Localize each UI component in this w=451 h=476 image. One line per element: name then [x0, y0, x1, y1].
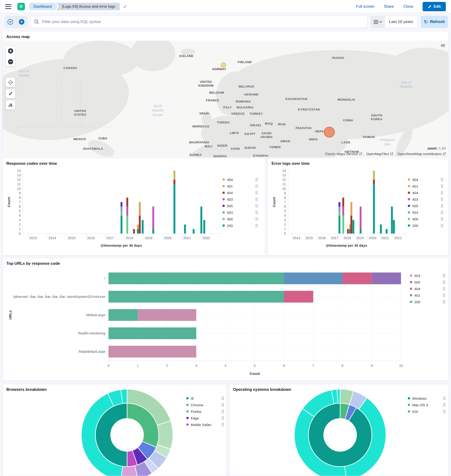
legend-item-503[interactable]: 503: [408, 209, 443, 216]
legend-item-404[interactable]: 404: [408, 189, 443, 196]
bar-segment-200[interactable]: [360, 229, 362, 233]
bar-segment-403[interactable]: [342, 207, 344, 215]
legend-actions-icon[interactable]: [441, 204, 443, 207]
bar-segment-200[interactable]: [108, 291, 284, 303]
legend-actions-icon[interactable]: [443, 397, 445, 400]
bar-segment-404[interactable]: [133, 229, 135, 233]
legend-actions-icon[interactable]: [256, 224, 258, 227]
bar-segment-403[interactable]: [152, 207, 154, 229]
sunburst-slice[interactable]: [308, 403, 372, 467]
legend-item-mobile-safari[interactable]: Mobile Safari: [186, 421, 224, 428]
add-filter-button[interactable]: [16, 16, 27, 28]
legend-item-mac-os-x[interactable]: Mac OS X: [408, 402, 445, 408]
legend-item-400[interactable]: 400: [408, 216, 443, 222]
legend-actions-icon[interactable]: [443, 300, 445, 304]
legend-item-200[interactable]: 200: [222, 222, 258, 229]
bar-segment-404[interactable]: [284, 291, 313, 303]
bar-segment-404[interactable]: [343, 273, 372, 284]
norway-marker[interactable]: [221, 62, 226, 67]
bar-segment-200[interactable]: [108, 273, 284, 284]
bar-segment-304[interactable]: [373, 171, 375, 180]
time-range-value[interactable]: Last 10 years: [385, 16, 417, 28]
menu-icon[interactable]: [5, 4, 11, 9]
legend-actions-icon[interactable]: [441, 198, 443, 201]
date-picker-menu-button[interactable]: [371, 16, 385, 28]
legend-item-304[interactable]: 304: [408, 176, 443, 183]
bar-segment-200[interactable]: [173, 184, 175, 233]
bar-segment-304[interactable]: [173, 171, 175, 180]
breadcrumb-dashboard[interactable]: Dashboard: [29, 3, 58, 10]
legend-actions-icon[interactable]: [222, 410, 224, 413]
bar-segment-200[interactable]: [137, 229, 139, 233]
bar-segment-403[interactable]: [126, 207, 128, 215]
attribution-link[interactable]: OpenMapTiles: [366, 152, 389, 156]
legend-actions-icon[interactable]: [256, 217, 258, 221]
map-zoom-out-button[interactable]: [6, 57, 15, 67]
map-zoom-in-button[interactable]: [6, 46, 15, 56]
legend-item-505[interactable]: 505: [408, 202, 443, 209]
legend-item-404[interactable]: 404: [222, 189, 258, 196]
bar-segment-404[interactable]: [126, 198, 128, 207]
legend-item-200[interactable]: 200: [410, 299, 445, 305]
map-canvas[interactable]: CANADAICELANDNORWAYFINLANDRUSSIAUNITED K…: [3, 41, 448, 157]
bar-segment-200[interactable]: [352, 220, 354, 233]
legend-actions-icon[interactable]: [256, 178, 258, 181]
bar-segment-200[interactable]: [193, 229, 194, 233]
bar-segment-505[interactable]: [120, 202, 122, 207]
bar-segment-200[interactable]: [200, 207, 202, 233]
legend-item-chrome[interactable]: Chrome: [186, 402, 224, 408]
top-urls-chart[interactable]: 012345678910//pbserver/..Áœ..Áœ..Áœ..Áœ.…: [6, 267, 406, 378]
legend-actions-icon[interactable]: [441, 191, 443, 194]
legend-actions-icon[interactable]: [222, 397, 224, 400]
map-tools-button[interactable]: [6, 100, 15, 110]
bar-segment-200[interactable]: [391, 207, 393, 233]
bar-segment-404[interactable]: [342, 198, 344, 207]
bar-segment-400[interactable]: [342, 215, 344, 233]
legend-actions-icon[interactable]: [441, 224, 443, 227]
bar-segment-200[interactable]: [338, 215, 340, 233]
saved-filters-button[interactable]: [5, 16, 16, 28]
bar-segment-401[interactable]: [351, 202, 352, 215]
attribution-link[interactable]: OpenStreetMap contributors: [397, 152, 442, 156]
legend-item-401[interactable]: 401: [222, 183, 258, 189]
share-link[interactable]: Share: [384, 5, 394, 9]
legend-actions-icon[interactable]: [256, 191, 258, 194]
legend-item-200[interactable]: 200: [408, 222, 443, 229]
legend-item-403[interactable]: 403: [408, 196, 443, 202]
bar-segment-400[interactable]: [126, 215, 128, 233]
legend-actions-icon[interactable]: [222, 403, 224, 407]
bar-segment-401[interactable]: [139, 202, 141, 215]
legend-actions-icon[interactable]: [441, 184, 443, 188]
legend-item-ie[interactable]: IE: [186, 395, 224, 402]
collapse-legend-button[interactable]: [440, 43, 446, 48]
legend-item-505[interactable]: 505: [410, 279, 445, 285]
bar-segment-403[interactable]: [138, 309, 196, 321]
legend-actions-icon[interactable]: [443, 281, 445, 284]
legend-item-401[interactable]: 401: [410, 292, 445, 299]
bar-segment-404[interactable]: [139, 215, 141, 233]
bar-segment-200[interactable]: [184, 225, 186, 233]
legend-actions-icon[interactable]: [443, 403, 445, 407]
legend-actions-icon[interactable]: [222, 423, 224, 426]
response-codes-chart[interactable]: 0123456789101112131420132014201520162017…: [6, 167, 222, 250]
bar-segment-200[interactable]: [373, 184, 375, 233]
bar-segment-200[interactable]: [120, 215, 122, 233]
bar-segment-404[interactable]: [347, 229, 349, 233]
bar-segment-503[interactable]: [338, 207, 340, 211]
legend-item-edge[interactable]: Edge: [186, 415, 224, 421]
bar-segment-401[interactable]: [284, 273, 343, 284]
bar-segment-404[interactable]: [373, 180, 375, 184]
sunburst-slice[interactable]: [157, 421, 173, 449]
legend-actions-icon[interactable]: [256, 198, 258, 201]
bar-segment-200[interactable]: [386, 229, 388, 233]
full-screen-link[interactable]: Full screen: [356, 5, 374, 9]
bar-segment-200[interactable]: [108, 327, 196, 339]
legend-item-404[interactable]: 404: [410, 285, 445, 292]
kql-search-input[interactable]: [42, 19, 363, 24]
edit-button[interactable]: Edit: [423, 2, 446, 11]
bar-segment-200[interactable]: [203, 220, 205, 233]
bar-segment-505[interactable]: [372, 273, 401, 284]
bar-segment-401[interactable]: [137, 225, 139, 229]
error-logs-chart[interactable]: 0123456789101112131420142015201620172018…: [272, 167, 408, 250]
india-marker[interactable]: [324, 127, 335, 138]
